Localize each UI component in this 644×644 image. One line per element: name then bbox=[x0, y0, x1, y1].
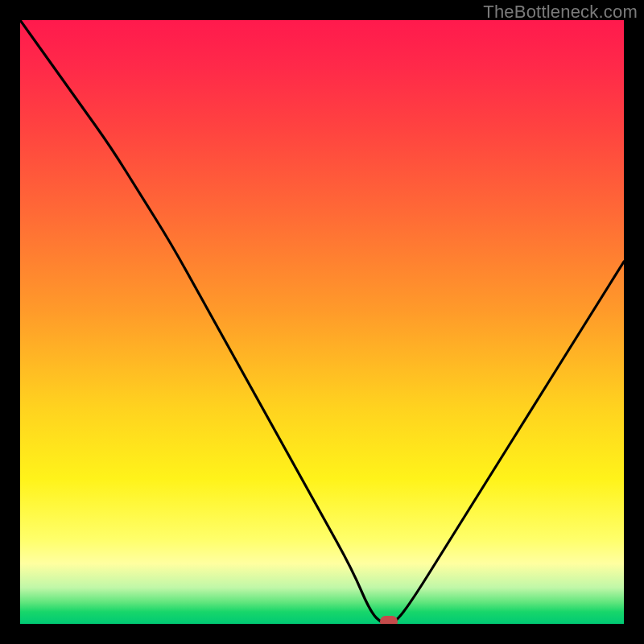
watermark-text: TheBottleneck.com bbox=[483, 2, 638, 23]
optimum-marker bbox=[380, 616, 398, 624]
plot-area bbox=[20, 20, 624, 624]
chart-frame: TheBottleneck.com bbox=[0, 0, 644, 644]
curve-path bbox=[20, 20, 624, 624]
bottleneck-curve bbox=[20, 20, 624, 624]
